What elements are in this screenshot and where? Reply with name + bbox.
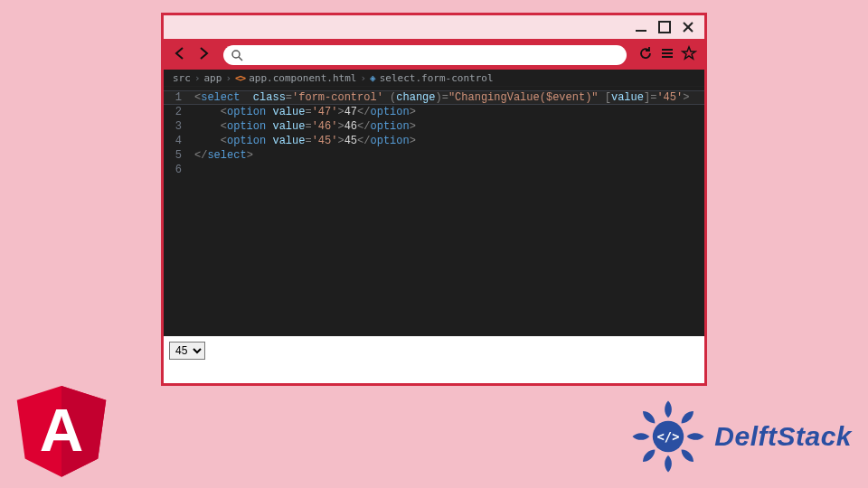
- code-line[interactable]: <select class='form-control' (change)="C…: [194, 90, 689, 105]
- refresh-icon[interactable]: [637, 45, 654, 65]
- browser-toolbar: [164, 41, 704, 70]
- svg-line-5: [239, 57, 242, 61]
- line-number-gutter: 123456: [164, 87, 189, 336]
- demo-select[interactable]: 474645: [169, 342, 205, 360]
- svg-text:</>: </>: [657, 429, 680, 444]
- browser-window: src › app › <> app.component.html › ◈ se…: [161, 13, 707, 386]
- breadcrumb-segment[interactable]: app: [204, 72, 222, 84]
- svg-text:A: A: [40, 396, 84, 464]
- code-line[interactable]: <option value='47'>47</option>: [194, 105, 689, 119]
- back-icon[interactable]: [171, 44, 189, 66]
- menu-icon[interactable]: [659, 45, 675, 65]
- code-line[interactable]: <option value='45'>45</option>: [194, 134, 689, 148]
- code-line[interactable]: <option value='46'>46</option>: [194, 119, 689, 134]
- breadcrumb-segment[interactable]: select.form-control: [380, 72, 494, 84]
- code-line[interactable]: [194, 163, 689, 177]
- window-titlebar: [164, 15, 704, 41]
- url-input[interactable]: [249, 49, 627, 61]
- url-bar[interactable]: [223, 45, 627, 65]
- forward-icon[interactable]: [194, 44, 212, 66]
- close-icon[interactable]: [681, 20, 695, 34]
- line-number: 2: [169, 105, 182, 119]
- code-editor[interactable]: 123456 <select class='form-control' (cha…: [164, 87, 704, 336]
- line-number: 4: [169, 134, 182, 148]
- line-number: 5: [169, 148, 182, 163]
- breadcrumb-segment[interactable]: src: [173, 72, 191, 84]
- preview-pane: 474645: [164, 336, 704, 383]
- mandala-icon: </>: [629, 398, 707, 475]
- search-icon: [231, 49, 243, 65]
- angular-logo: A: [11, 378, 112, 479]
- delftstack-text: DelftStack: [714, 421, 852, 452]
- maximize-icon[interactable]: [657, 20, 672, 34]
- html-file-icon: <>: [235, 72, 245, 84]
- chevron-right-icon: ›: [360, 72, 366, 84]
- star-icon[interactable]: [681, 45, 697, 65]
- code-line[interactable]: </select>: [194, 148, 689, 163]
- line-number: 3: [169, 119, 182, 134]
- svg-point-4: [232, 51, 240, 58]
- chevron-right-icon: ›: [225, 72, 231, 84]
- minimize-icon[interactable]: [634, 20, 648, 34]
- breadcrumb-segment[interactable]: app.component.html: [249, 72, 356, 84]
- svg-rect-1: [659, 22, 670, 33]
- editor-breadcrumb: src › app › <> app.component.html › ◈ se…: [164, 70, 704, 87]
- code-area[interactable]: <select class='form-control' (change)="C…: [189, 87, 689, 336]
- line-number: 6: [169, 163, 182, 177]
- symbol-icon: ◈: [370, 72, 376, 84]
- chevron-right-icon: ›: [194, 72, 201, 84]
- delftstack-logo: </> DelftStack: [629, 398, 852, 475]
